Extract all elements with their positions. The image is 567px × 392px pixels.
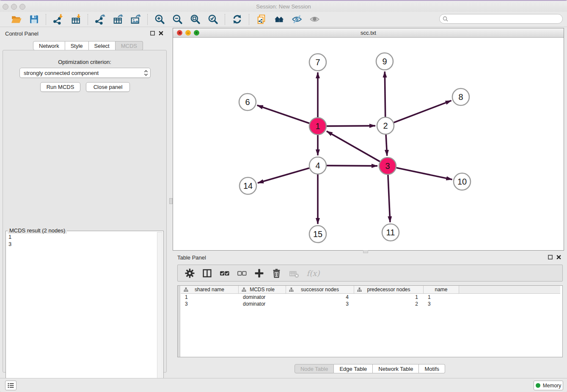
table-cell: 2 — [354, 301, 424, 307]
hide-selected-icon[interactable] — [291, 14, 303, 25]
task-history-button[interactable] — [5, 381, 17, 390]
column-header-shared-name[interactable]: shared name — [181, 286, 239, 294]
select-all-icon[interactable] — [218, 267, 230, 279]
graph-edge-2-3[interactable] — [386, 135, 387, 156]
table-row[interactable]: 1dominator411 — [181, 294, 459, 301]
network-file-icon[interactable] — [255, 14, 267, 25]
close-panel-button[interactable]: Close panel — [86, 82, 130, 92]
result-scrollbar[interactable] — [157, 232, 162, 392]
search-icon — [443, 16, 448, 22]
show-all-icon[interactable] — [308, 14, 320, 25]
save-icon[interactable] — [28, 14, 40, 25]
tab-edge-table[interactable]: Edge Table — [334, 364, 373, 373]
table-rows: 1dominator4113dominator323 — [181, 294, 459, 307]
float-table-panel-icon[interactable] — [548, 255, 553, 259]
refresh-icon[interactable] — [231, 14, 243, 25]
tab-network[interactable]: Network — [33, 41, 65, 50]
tab-node-table[interactable]: Node Table — [295, 364, 334, 373]
vertical-splitter-handle[interactable] — [169, 198, 173, 204]
graph-edge-1-2[interactable] — [327, 126, 375, 126]
column-header-successor-nodes[interactable]: successor nodes — [286, 286, 354, 294]
column-header-filler — [459, 286, 560, 294]
graph-edge-4-14[interactable] — [258, 168, 309, 183]
graph-edge-3-1[interactable] — [327, 131, 380, 162]
search-box[interactable] — [439, 14, 563, 24]
graph-node-8[interactable]: 8 — [452, 88, 469, 105]
graph-node-2[interactable]: 2 — [377, 117, 394, 134]
tab-network-table[interactable]: Network Table — [373, 364, 419, 373]
graph-node-1[interactable]: 1 — [309, 118, 326, 135]
close-table-panel-icon[interactable] — [556, 255, 561, 259]
column-header-name[interactable]: name — [424, 286, 459, 294]
graph-node-14[interactable]: 14 — [239, 177, 256, 194]
deselect-all-icon[interactable] — [236, 267, 248, 279]
add-icon[interactable] — [253, 267, 265, 279]
column-header-MCDS-role[interactable]: MCDS role — [239, 286, 286, 294]
tab-mcds[interactable]: MCDS — [116, 41, 143, 50]
open-folder-icon[interactable] — [10, 14, 22, 25]
tab-style[interactable]: Style — [65, 41, 89, 50]
zoom-in-icon[interactable] — [154, 14, 165, 25]
graph-node-label: 8 — [458, 92, 463, 102]
control-panel-title: Control Panel — [5, 30, 39, 37]
export-network-icon[interactable] — [94, 14, 106, 25]
graph-node-11[interactable]: 11 — [382, 224, 399, 241]
graph-edge-2-9[interactable] — [385, 72, 385, 117]
graph-edge-3-10[interactable] — [396, 168, 452, 179]
graph-node-4[interactable]: 4 — [309, 157, 326, 174]
graph-node-9[interactable]: 9 — [376, 53, 393, 70]
graph-node-3[interactable]: 3 — [379, 157, 396, 174]
column-header-predecessor-nodes[interactable]: predecessor nodes — [354, 286, 424, 294]
graph-edge-3-11[interactable] — [388, 175, 390, 222]
control-panel: Control Panel NetworkStyleSelectMCDS Opt… — [0, 28, 169, 374]
graph-node-label: 15 — [313, 229, 322, 239]
table-cell: 3 — [181, 301, 239, 307]
close-panel-icon[interactable] — [159, 31, 163, 36]
graph-node-label: 7 — [315, 58, 320, 67]
zoom-selected-icon[interactable] — [207, 14, 219, 25]
zoom-fit-icon[interactable] — [189, 14, 201, 25]
float-panel-icon[interactable] — [150, 31, 155, 36]
status-bar: Memory — [0, 378, 567, 392]
window-title: Session: New Session — [0, 3, 567, 10]
graph-edge-1-6[interactable] — [257, 105, 309, 123]
vertical-splitter[interactable] — [169, 28, 173, 378]
memory-button[interactable]: Memory — [534, 381, 563, 390]
import-network-icon[interactable] — [52, 14, 64, 25]
memory-label: Memory — [543, 383, 561, 389]
criterion-dropdown[interactable]: strongly connected component — [19, 68, 151, 78]
criterion-value: strongly connected component — [24, 70, 99, 76]
tab-select[interactable]: Select — [89, 41, 116, 50]
gear-icon[interactable] — [184, 267, 195, 279]
columns-icon[interactable] — [201, 267, 213, 279]
mcds-result-box: MCDS result (2 nodes) 1 3 — [6, 231, 164, 392]
table-cell: dominator — [239, 301, 286, 307]
tab-motifs[interactable]: Motifs — [419, 364, 445, 373]
graph-node-10[interactable]: 10 — [454, 173, 471, 190]
titlebar: Session: New Session — [0, 1, 567, 12]
graph-node-15[interactable]: 15 — [309, 226, 326, 243]
mcds-result-text[interactable]: 1 3 — [6, 232, 155, 392]
delete-column-icon — [288, 267, 300, 279]
delete-icon[interactable] — [270, 267, 282, 279]
import-table-icon[interactable] — [70, 14, 82, 25]
graph-node-label: 2 — [383, 121, 388, 130]
zoom-out-icon[interactable] — [171, 14, 183, 25]
search-input[interactable] — [450, 16, 556, 22]
table-cell: 1 — [424, 294, 459, 301]
export-image-icon[interactable] — [129, 14, 141, 25]
run-mcds-button[interactable]: Run MCDS — [40, 82, 80, 92]
graph-edge-2-8[interactable] — [394, 101, 451, 123]
optimization-criterion-label: Optimization criterion: — [3, 59, 166, 65]
horizontal-splitter-handle[interactable] — [363, 250, 368, 253]
graph-node-6[interactable]: 6 — [239, 94, 256, 110]
graph-edge-4-3[interactable] — [327, 166, 377, 166]
home-icon[interactable] — [273, 14, 285, 25]
table-row[interactable]: 3dominator323 — [181, 301, 459, 307]
network-graph-canvas[interactable]: 7968124314101511 — [173, 38, 564, 250]
network-window-titlebar[interactable]: ✕ − + scc.txt — [173, 28, 564, 38]
graph-node-7[interactable]: 7 — [309, 54, 326, 71]
application-window: { "window": { "title": "Session: New Ses… — [0, 0, 567, 392]
export-table-icon[interactable] — [112, 14, 124, 25]
table-row-gutter — [178, 286, 180, 357]
